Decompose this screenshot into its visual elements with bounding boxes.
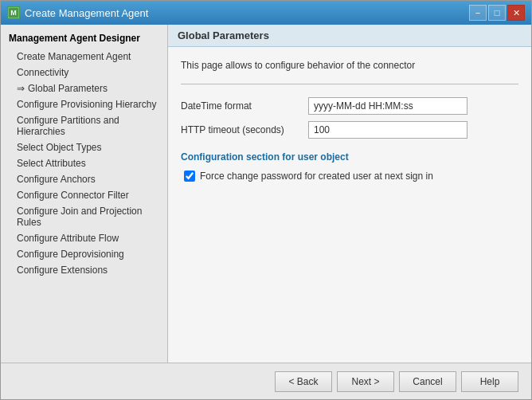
sidebar-item-configure-deprovisioning[interactable]: Configure Deprovisioning xyxy=(1,246,167,262)
user-object-section-header: Configuration section for user object xyxy=(181,151,518,163)
minimize-button[interactable]: − xyxy=(469,5,487,21)
cancel-button[interactable]: Cancel xyxy=(399,371,456,392)
sidebar-item-configure-provisioning[interactable]: Configure Provisioning Hierarchy xyxy=(1,96,167,112)
arrow-icon: ⇒ xyxy=(17,83,25,94)
panel-header: Global Parameters xyxy=(168,25,531,47)
http-timeout-row: HTTP timeout (seconds) xyxy=(181,121,518,139)
sidebar-item-configure-anchors[interactable]: Configure Anchors xyxy=(1,171,167,187)
http-timeout-label: HTTP timeout (seconds) xyxy=(181,124,308,135)
sidebar-item-configure-partitions[interactable]: Configure Partitions and Hierarchies xyxy=(1,112,167,139)
sidebar-item-configure-join-projection[interactable]: Configure Join and Projection Rules xyxy=(1,203,167,230)
sidebar-item-label: Global Parameters xyxy=(28,83,108,94)
back-button[interactable]: < Back xyxy=(275,371,332,392)
title-bar: M Create Management Agent − □ ✕ xyxy=(1,1,531,25)
sidebar-item-label: Configure Connector Filter xyxy=(17,190,129,201)
sidebar-item-label: Select Object Types xyxy=(17,142,102,153)
sidebar-item-label: Configure Provisioning Hierarchy xyxy=(17,99,156,110)
datetime-row: DateTime format xyxy=(181,97,518,115)
sidebar-header: Management Agent Designer xyxy=(1,28,167,49)
sidebar-item-connectivity[interactable]: Connectivity xyxy=(1,65,167,80)
http-timeout-input[interactable] xyxy=(308,121,467,139)
maximize-button[interactable]: □ xyxy=(488,5,506,21)
main-panel: Global Parameters This page allows to co… xyxy=(168,25,531,363)
force-change-password-row: Force change password for created user a… xyxy=(184,171,518,182)
sidebar-item-configure-attribute-flow[interactable]: Configure Attribute Flow xyxy=(1,230,167,246)
description-text: This page allows to configure behavior o… xyxy=(181,60,518,71)
help-button[interactable]: Help xyxy=(461,371,518,392)
divider xyxy=(181,84,518,84)
force-change-password-checkbox[interactable] xyxy=(184,171,195,182)
sidebar-item-label: Configure Extensions xyxy=(17,265,108,276)
sidebar-item-label: Configure Partitions and Hierarchies xyxy=(17,115,159,137)
next-button[interactable]: Next > xyxy=(337,371,394,392)
title-bar-left: M Create Management Agent xyxy=(7,6,148,19)
footer: < Back Next > Cancel Help xyxy=(1,363,531,399)
sidebar-item-select-object-types[interactable]: Select Object Types xyxy=(1,139,167,155)
sidebar-item-global-parameters[interactable]: ⇒ Global Parameters xyxy=(1,80,167,96)
sidebar-item-configure-extensions[interactable]: Configure Extensions xyxy=(1,262,167,278)
svg-text:M: M xyxy=(10,9,17,17)
sidebar-item-label: Connectivity xyxy=(17,67,68,78)
panel-body: This page allows to configure behavior o… xyxy=(168,47,531,363)
title-bar-controls: − □ ✕ xyxy=(469,5,525,21)
datetime-input[interactable] xyxy=(308,97,467,115)
close-button[interactable]: ✕ xyxy=(507,5,525,21)
sidebar-item-create[interactable]: Create Management Agent xyxy=(1,49,167,65)
sidebar-item-label: Configure Join and Projection Rules xyxy=(17,206,159,228)
app-icon: M xyxy=(7,6,20,19)
sidebar-item-label: Create Management Agent xyxy=(17,51,131,62)
sidebar-item-label: Configure Anchors xyxy=(17,174,96,185)
datetime-label: DateTime format xyxy=(181,100,308,112)
sidebar-item-label: Configure Deprovisioning xyxy=(17,249,124,260)
sidebar: Management Agent Designer Create Managem… xyxy=(1,25,168,363)
sidebar-item-label: Configure Attribute Flow xyxy=(17,233,119,244)
content-area: Management Agent Designer Create Managem… xyxy=(1,25,531,363)
window-title: Create Management Agent xyxy=(25,7,148,19)
force-change-password-label: Force change password for created user a… xyxy=(200,171,433,182)
sidebar-item-select-attributes[interactable]: Select Attributes xyxy=(1,155,167,171)
sidebar-item-configure-connector-filter[interactable]: Configure Connector Filter xyxy=(1,187,167,203)
main-window: M Create Management Agent − □ ✕ Manageme… xyxy=(0,0,532,400)
sidebar-item-label: Select Attributes xyxy=(17,158,86,169)
